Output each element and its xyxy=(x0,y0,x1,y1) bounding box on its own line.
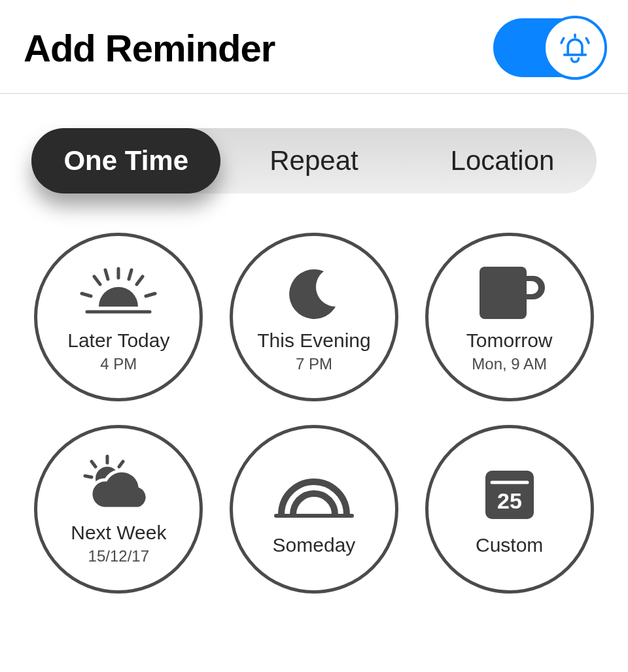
option-label: Custom xyxy=(476,534,543,556)
rainbow-icon xyxy=(268,463,360,526)
segment-label: Repeat xyxy=(270,145,358,176)
moon-icon xyxy=(285,261,343,324)
sun-cloud-icon xyxy=(76,454,161,516)
calendar-day: 25 xyxy=(497,488,522,513)
option-next-week[interactable]: Next Week 15/12/17 xyxy=(34,425,203,594)
mug-icon xyxy=(470,261,549,324)
svg-line-2 xyxy=(94,277,100,284)
option-label: Next Week xyxy=(71,522,166,543)
svg-line-11 xyxy=(119,462,123,467)
header: Add Reminder xyxy=(0,0,628,94)
reminder-option-grid: Later Today 4 PM This Evening 7 PM xyxy=(0,193,628,594)
sunrise-icon xyxy=(73,261,164,324)
option-sub: 7 PM xyxy=(296,355,332,373)
option-sub: Mon, 9 AM xyxy=(472,355,547,373)
option-custom[interactable]: 25 Custom xyxy=(425,425,594,594)
segmented-control-wrap: One Time x Repeat Location xyxy=(0,94,628,193)
segment-repeat[interactable]: Repeat xyxy=(220,145,408,176)
svg-line-4 xyxy=(82,294,91,296)
svg-line-5 xyxy=(146,294,155,296)
alert-toggle-knob xyxy=(543,16,607,80)
svg-line-12 xyxy=(85,476,92,477)
segmented-control: One Time x Repeat Location xyxy=(31,128,597,193)
svg-line-7 xyxy=(129,270,131,279)
option-someday[interactable]: Someday xyxy=(230,425,398,594)
alert-toggle[interactable] xyxy=(493,18,604,77)
option-tomorrow[interactable]: Tomorrow Mon, 9 AM xyxy=(425,233,594,401)
option-this-evening[interactable]: This Evening 7 PM xyxy=(230,233,398,401)
option-label: Tomorrow xyxy=(466,329,553,351)
segment-label: Location xyxy=(451,145,555,176)
calendar-icon: 25 xyxy=(480,463,539,526)
option-label: Someday xyxy=(273,534,356,556)
segment-location[interactable]: Location xyxy=(408,145,597,176)
option-label: Later Today xyxy=(67,329,169,351)
svg-rect-8 xyxy=(480,267,527,319)
bell-icon xyxy=(556,29,594,67)
svg-line-10 xyxy=(92,462,96,467)
add-reminder-screen: Add Reminder One Time xyxy=(0,0,628,672)
option-sub: 15/12/17 xyxy=(88,547,149,565)
option-label: This Evening xyxy=(257,329,370,351)
option-sub: 4 PM xyxy=(100,355,137,373)
option-later-today[interactable]: Later Today 4 PM xyxy=(34,233,203,401)
svg-line-3 xyxy=(137,277,143,284)
segment-label: One Time xyxy=(63,145,188,176)
segment-one-time[interactable]: One Time xyxy=(31,128,220,193)
page-title: Add Reminder xyxy=(24,26,275,70)
svg-line-6 xyxy=(105,270,108,279)
